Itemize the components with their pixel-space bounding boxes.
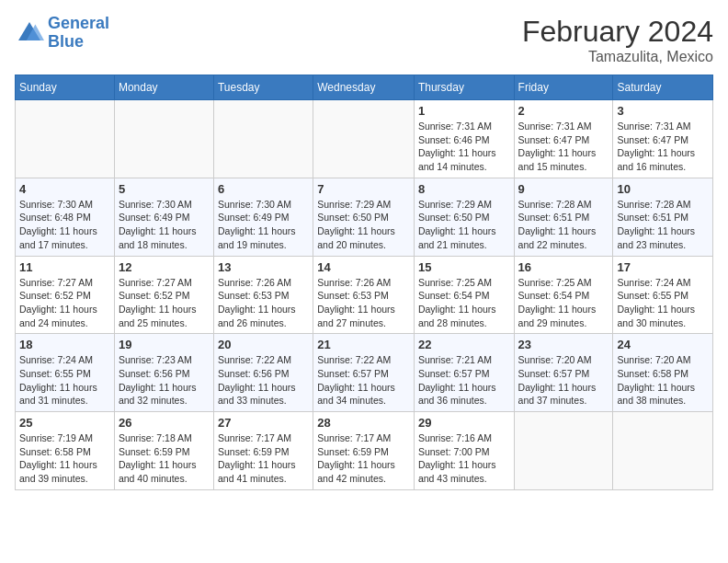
calendar-cell: 11Sunrise: 7:27 AM Sunset: 6:52 PM Dayli… <box>16 256 115 334</box>
day-info: Sunrise: 7:29 AM Sunset: 6:50 PM Dayligh… <box>418 198 510 252</box>
day-info: Sunrise: 7:24 AM Sunset: 6:55 PM Dayligh… <box>617 276 709 330</box>
calendar-cell: 25Sunrise: 7:19 AM Sunset: 6:58 PM Dayli… <box>16 412 115 490</box>
day-number: 27 <box>218 416 309 430</box>
day-number: 22 <box>418 338 510 351</box>
weekday-header-friday: Friday <box>514 75 613 100</box>
day-number: 2 <box>518 104 609 118</box>
calendar-cell: 4Sunrise: 7:30 AM Sunset: 6:48 PM Daylig… <box>16 178 115 256</box>
calendar-cell: 3Sunrise: 7:31 AM Sunset: 6:47 PM Daylig… <box>613 100 713 178</box>
day-info: Sunrise: 7:30 AM Sunset: 6:49 PM Dayligh… <box>119 198 210 252</box>
calendar-cell: 24Sunrise: 7:20 AM Sunset: 6:58 PM Dayli… <box>613 334 713 412</box>
month-year-title: February 2024 <box>522 15 713 49</box>
day-number: 16 <box>518 260 609 274</box>
day-number: 6 <box>218 182 309 196</box>
calendar-cell: 19Sunrise: 7:23 AM Sunset: 6:56 PM Dayli… <box>114 334 213 412</box>
day-number: 10 <box>617 182 709 196</box>
logo-text: General Blue <box>48 15 109 52</box>
day-number: 20 <box>218 338 309 351</box>
day-number: 1 <box>418 104 510 118</box>
calendar-cell <box>213 100 313 178</box>
day-info: Sunrise: 7:31 AM Sunset: 6:47 PM Dayligh… <box>518 120 609 174</box>
day-number: 15 <box>418 260 510 274</box>
location-subtitle: Tamazulita, Mexico <box>522 49 713 65</box>
calendar-cell <box>313 100 415 178</box>
calendar-cell: 2Sunrise: 7:31 AM Sunset: 6:47 PM Daylig… <box>514 100 613 178</box>
day-number: 11 <box>19 260 110 274</box>
day-info: Sunrise: 7:30 AM Sunset: 6:49 PM Dayligh… <box>218 198 309 252</box>
calendar-cell: 16Sunrise: 7:25 AM Sunset: 6:54 PM Dayli… <box>514 256 613 334</box>
weekday-header-sunday: Sunday <box>16 75 115 100</box>
logo-icon <box>15 18 44 48</box>
day-number: 12 <box>119 260 210 274</box>
weekday-header-monday: Monday <box>114 75 213 100</box>
day-info: Sunrise: 7:24 AM Sunset: 6:55 PM Dayligh… <box>19 353 110 408</box>
calendar-week-row: 25Sunrise: 7:19 AM Sunset: 6:58 PM Dayli… <box>16 412 713 490</box>
calendar-cell: 7Sunrise: 7:29 AM Sunset: 6:50 PM Daylig… <box>313 178 415 256</box>
calendar-cell <box>613 412 713 490</box>
day-number: 4 <box>19 182 110 196</box>
weekday-header-thursday: Thursday <box>414 75 514 100</box>
calendar-cell: 21Sunrise: 7:22 AM Sunset: 6:57 PM Dayli… <box>313 334 415 412</box>
title-area: February 2024 Tamazulita, Mexico <box>522 15 713 65</box>
day-info: Sunrise: 7:20 AM Sunset: 6:58 PM Dayligh… <box>617 353 709 408</box>
logo: General Blue <box>15 15 109 52</box>
logo-blue: Blue <box>48 32 84 51</box>
day-info: Sunrise: 7:17 AM Sunset: 6:59 PM Dayligh… <box>317 431 410 486</box>
day-info: Sunrise: 7:31 AM Sunset: 6:46 PM Dayligh… <box>418 120 510 174</box>
day-info: Sunrise: 7:28 AM Sunset: 6:51 PM Dayligh… <box>518 198 609 252</box>
day-number: 13 <box>218 260 309 274</box>
day-info: Sunrise: 7:27 AM Sunset: 6:52 PM Dayligh… <box>19 276 110 330</box>
day-info: Sunrise: 7:21 AM Sunset: 6:57 PM Dayligh… <box>418 353 510 408</box>
day-number: 3 <box>617 104 709 118</box>
calendar-cell: 29Sunrise: 7:16 AM Sunset: 7:00 PM Dayli… <box>414 412 514 490</box>
calendar-cell: 5Sunrise: 7:30 AM Sunset: 6:49 PM Daylig… <box>114 178 213 256</box>
day-number: 18 <box>19 338 110 351</box>
day-info: Sunrise: 7:20 AM Sunset: 6:57 PM Dayligh… <box>518 353 609 408</box>
day-info: Sunrise: 7:30 AM Sunset: 6:48 PM Dayligh… <box>19 198 110 252</box>
calendar-header-row: SundayMondayTuesdayWednesdayThursdayFrid… <box>16 75 713 100</box>
day-info: Sunrise: 7:22 AM Sunset: 6:56 PM Dayligh… <box>218 353 309 408</box>
calendar-week-row: 18Sunrise: 7:24 AM Sunset: 6:55 PM Dayli… <box>16 334 713 412</box>
calendar-cell: 22Sunrise: 7:21 AM Sunset: 6:57 PM Dayli… <box>414 334 514 412</box>
day-info: Sunrise: 7:16 AM Sunset: 7:00 PM Dayligh… <box>418 431 510 486</box>
day-number: 14 <box>317 260 410 274</box>
calendar-cell: 20Sunrise: 7:22 AM Sunset: 6:56 PM Dayli… <box>213 334 313 412</box>
day-number: 9 <box>518 182 609 196</box>
logo-general: General <box>48 14 109 32</box>
day-number: 23 <box>518 338 609 351</box>
calendar-cell: 27Sunrise: 7:17 AM Sunset: 6:59 PM Dayli… <box>213 412 313 490</box>
calendar-cell: 28Sunrise: 7:17 AM Sunset: 6:59 PM Dayli… <box>313 412 415 490</box>
calendar-cell: 18Sunrise: 7:24 AM Sunset: 6:55 PM Dayli… <box>16 334 115 412</box>
day-info: Sunrise: 7:26 AM Sunset: 6:53 PM Dayligh… <box>218 276 309 330</box>
day-info: Sunrise: 7:31 AM Sunset: 6:47 PM Dayligh… <box>617 120 709 174</box>
calendar-cell: 14Sunrise: 7:26 AM Sunset: 6:53 PM Dayli… <box>313 256 415 334</box>
day-info: Sunrise: 7:23 AM Sunset: 6:56 PM Dayligh… <box>119 353 210 408</box>
weekday-header-wednesday: Wednesday <box>313 75 415 100</box>
day-number: 8 <box>418 182 510 196</box>
calendar-cell: 13Sunrise: 7:26 AM Sunset: 6:53 PM Dayli… <box>213 256 313 334</box>
day-info: Sunrise: 7:26 AM Sunset: 6:53 PM Dayligh… <box>317 276 410 330</box>
calendar-cell: 17Sunrise: 7:24 AM Sunset: 6:55 PM Dayli… <box>613 256 713 334</box>
day-info: Sunrise: 7:25 AM Sunset: 6:54 PM Dayligh… <box>518 276 609 330</box>
day-number: 24 <box>617 338 709 351</box>
calendar-week-row: 11Sunrise: 7:27 AM Sunset: 6:52 PM Dayli… <box>16 256 713 334</box>
weekday-header-tuesday: Tuesday <box>213 75 313 100</box>
day-info: Sunrise: 7:19 AM Sunset: 6:58 PM Dayligh… <box>19 431 110 486</box>
calendar-cell: 1Sunrise: 7:31 AM Sunset: 6:46 PM Daylig… <box>414 100 514 178</box>
calendar-table: SundayMondayTuesdayWednesdayThursdayFrid… <box>15 75 713 490</box>
day-info: Sunrise: 7:17 AM Sunset: 6:59 PM Dayligh… <box>218 431 309 486</box>
day-info: Sunrise: 7:22 AM Sunset: 6:57 PM Dayligh… <box>317 353 410 408</box>
day-info: Sunrise: 7:29 AM Sunset: 6:50 PM Dayligh… <box>317 198 410 252</box>
calendar-cell: 10Sunrise: 7:28 AM Sunset: 6:51 PM Dayli… <box>613 178 713 256</box>
day-number: 19 <box>119 338 210 351</box>
calendar-cell: 9Sunrise: 7:28 AM Sunset: 6:51 PM Daylig… <box>514 178 613 256</box>
calendar-cell <box>514 412 613 490</box>
day-number: 17 <box>617 260 709 274</box>
calendar-cell: 6Sunrise: 7:30 AM Sunset: 6:49 PM Daylig… <box>213 178 313 256</box>
day-number: 28 <box>317 416 410 430</box>
calendar-cell: 15Sunrise: 7:25 AM Sunset: 6:54 PM Dayli… <box>414 256 514 334</box>
calendar-cell <box>16 100 115 178</box>
calendar-cell: 23Sunrise: 7:20 AM Sunset: 6:57 PM Dayli… <box>514 334 613 412</box>
day-number: 7 <box>317 182 410 196</box>
calendar-week-row: 4Sunrise: 7:30 AM Sunset: 6:48 PM Daylig… <box>16 178 713 256</box>
